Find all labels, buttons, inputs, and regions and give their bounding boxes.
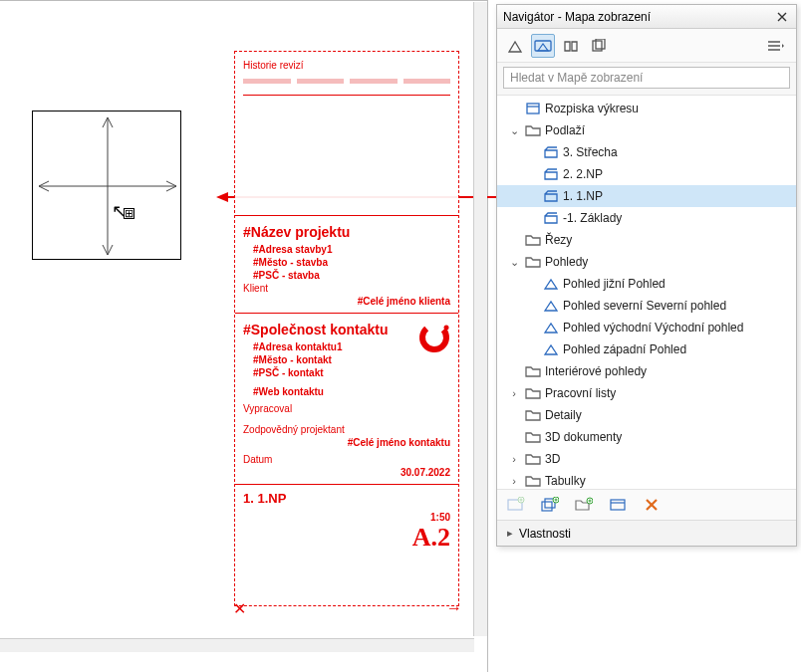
- navigator-search-input[interactable]: [503, 67, 790, 89]
- publisher-icon: [591, 39, 607, 53]
- navigator-titlebar[interactable]: Navigátor - Mapa zobrazení: [497, 5, 796, 29]
- tree-row[interactable]: ›Tabulky: [497, 470, 796, 490]
- panel-menu-icon: [767, 40, 785, 52]
- canvas-scrollbar-horizontal[interactable]: [0, 638, 474, 652]
- company-web: #Web kontaktu: [253, 386, 450, 397]
- project-map-button[interactable]: [503, 34, 527, 58]
- tree-row[interactable]: Pohled východní Východní pohled: [497, 317, 796, 338]
- chevron-right-icon: ▸: [507, 527, 513, 540]
- folder-icon: [525, 232, 541, 248]
- folder-icon: [525, 473, 541, 489]
- tree-row[interactable]: Rozpiska výkresu: [497, 98, 796, 119]
- expander-open-icon[interactable]: ⌄: [507, 255, 521, 269]
- expander-placeholder: [525, 299, 539, 313]
- expander-closed-icon[interactable]: ›: [507, 474, 521, 488]
- publisher-button[interactable]: [587, 34, 611, 58]
- layout-titleblock: Historie revizí #Název projektu #Adresa …: [234, 51, 459, 606]
- project-map-icon: [507, 39, 523, 53]
- tree-item-label: Rozpiska výkresu: [545, 102, 639, 115]
- canvas-scrollbar-vertical[interactable]: [473, 2, 487, 636]
- expander-closed-icon[interactable]: ›: [507, 452, 521, 466]
- clone-view-icon: [541, 497, 559, 513]
- close-icon: [777, 12, 787, 22]
- tree-item-label: 1. 1.NP: [563, 189, 603, 203]
- tree-item-label: 3. Střecha: [563, 145, 618, 159]
- company-addr2: #Město - kontakt: [253, 354, 450, 365]
- titleblock-company-section: #Společnost kontaktu #Adresa kontaktu1 #…: [235, 314, 458, 485]
- view-settings-icon: [609, 498, 627, 512]
- expander-open-icon[interactable]: ⌄: [507, 123, 521, 137]
- new-folder-button[interactable]: [573, 494, 595, 516]
- properties-label: Vlastnosti: [519, 527, 571, 541]
- tree-row[interactable]: Řezy: [497, 229, 796, 251]
- titleblock-drawing-section: 1. 1.NP 1:50 A.2: [235, 485, 458, 559]
- tree-row[interactable]: ›3D: [497, 448, 796, 470]
- navigator-title: Navigátor - Mapa zobrazení: [503, 10, 651, 24]
- drawing-scale: 1:50: [243, 512, 450, 523]
- tree-row[interactable]: Pohled severní Severní pohled: [497, 295, 796, 317]
- expander-closed-icon[interactable]: ›: [507, 386, 521, 400]
- folder-icon: [525, 429, 541, 445]
- svg-rect-14: [611, 500, 625, 510]
- clone-view-button[interactable]: [539, 494, 561, 516]
- company-addr3: #PSČ - kontakt: [253, 367, 450, 378]
- client-label: Klient: [243, 283, 450, 294]
- drawing-name: 1. 1.NP: [243, 491, 450, 506]
- tree-row[interactable]: -1. Základy: [497, 207, 796, 229]
- tree-row[interactable]: ⌄Pohledy: [497, 251, 796, 273]
- folder-icon: [525, 122, 541, 138]
- view-settings-button[interactable]: [607, 494, 629, 516]
- layout-canvas[interactable]: ↖ Historie revizí #Název projektu #Adres…: [0, 0, 488, 672]
- navigator-action-bar: [497, 490, 796, 520]
- new-view-icon: [507, 497, 525, 513]
- expander-placeholder: [507, 233, 521, 247]
- tree-row[interactable]: ⌄Podlaží: [497, 119, 796, 141]
- navigator-panel: Navigátor - Mapa zobrazení Rozpiska výkr…: [496, 4, 797, 547]
- folder-icon: [525, 385, 541, 401]
- floor-icon: [543, 166, 559, 182]
- tree-item-label: Pohled jižní Pohled: [563, 277, 666, 291]
- titleblock-history-section: Historie revizí: [235, 52, 458, 216]
- navigator-tree[interactable]: Rozpiska výkresu⌄Podlaží3. Střecha2. 2.N…: [497, 95, 796, 490]
- tree-item-label: Pohled východní Východní pohled: [563, 321, 743, 335]
- view-map-button[interactable]: [531, 34, 555, 58]
- tree-row[interactable]: ›Pracovní listy: [497, 382, 796, 404]
- layout-book-button[interactable]: [559, 34, 583, 58]
- tree-row[interactable]: Pohled jižní Pohled: [497, 273, 796, 295]
- floor-icon: [543, 188, 559, 204]
- close-button[interactable]: [774, 9, 790, 25]
- history-label: Historie revizí: [243, 60, 450, 71]
- delete-button[interactable]: [641, 494, 663, 516]
- tree-row[interactable]: Detaily: [497, 404, 796, 426]
- book-icon: [525, 101, 541, 116]
- properties-section-header[interactable]: ▸ Vlastnosti: [497, 520, 796, 546]
- tree-row[interactable]: 2. 2.NP: [497, 163, 796, 185]
- tree-row[interactable]: 3. Střecha: [497, 141, 796, 163]
- elev-icon: [543, 341, 559, 357]
- delete-icon: [645, 498, 659, 512]
- tree-item-label: -1. Základy: [563, 211, 622, 225]
- elev-icon: [543, 276, 559, 292]
- date-value: 30.07.2022: [243, 467, 450, 478]
- tree-row[interactable]: 3D dokumenty: [497, 426, 796, 448]
- sheet-number: A.2: [243, 523, 450, 553]
- new-view-button[interactable]: [505, 494, 527, 516]
- expander-placeholder: [507, 364, 521, 378]
- folder-icon: [525, 363, 541, 379]
- panel-menu-button[interactable]: [762, 34, 790, 58]
- tree-row[interactable]: Pohled západní Pohled: [497, 338, 796, 360]
- project-name: #Název projektu: [243, 224, 450, 240]
- responsible-label: Zodpovědný projektant: [243, 424, 450, 435]
- tree-row[interactable]: 1. 1.NP: [497, 185, 796, 207]
- tree-item-label: Podlaží: [545, 123, 585, 137]
- folder-icon: [525, 254, 541, 270]
- responsible-name: #Celé jméno kontaktu: [243, 437, 450, 448]
- elev-icon: [543, 320, 559, 336]
- new-folder-icon: [575, 497, 593, 513]
- floor-icon: [543, 144, 559, 160]
- view-map-icon: [534, 39, 552, 53]
- tree-row[interactable]: Interiérové pohledy: [497, 360, 796, 382]
- date-label: Datum: [243, 454, 450, 465]
- tree-item-label: Pracovní listy: [545, 386, 616, 400]
- expander-placeholder: [507, 430, 521, 444]
